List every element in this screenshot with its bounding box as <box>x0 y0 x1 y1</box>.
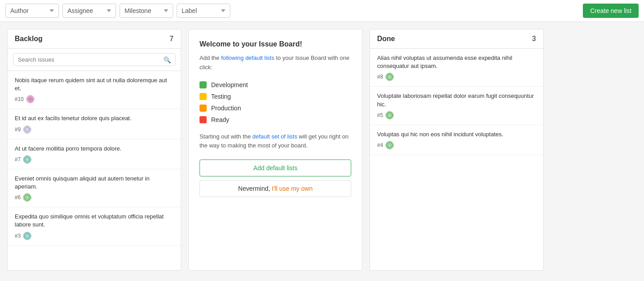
backlog-title: Backlog <box>15 35 42 43</box>
done-header: Done 3 <box>370 29 543 49</box>
footer-highlight: default set of lists <box>253 133 297 140</box>
svg-point-8 <box>25 129 26 130</box>
issue-number: #4 <box>377 142 383 148</box>
svg-point-20 <box>387 74 392 80</box>
done-title: Done <box>377 35 395 43</box>
board-container: Backlog 7 🔍 Nobis itaque rerum quidem si… <box>0 22 644 278</box>
issue-item[interactable]: At ut facere mollitia porro tempora dolo… <box>8 139 181 169</box>
issue-number: #7 <box>15 156 21 163</box>
nevermind-button[interactable]: Nevermind, I'll use my own <box>199 180 351 197</box>
svg-point-9 <box>29 129 29 130</box>
issue-title: Alias nihil voluptas ut assumenda esse e… <box>377 54 536 70</box>
issue-number: #9 <box>15 126 21 133</box>
issue-number: #3 <box>15 233 21 239</box>
create-new-list-button[interactable]: Create new list <box>583 4 639 18</box>
issue-title: Voluptas qui hic non eos nihil incidunt … <box>377 130 536 138</box>
svg-point-10 <box>26 128 27 129</box>
add-default-lists-button[interactable]: Add default lists <box>199 159 351 176</box>
welcome-column: Welcome to your Issue Board! Add the fol… <box>188 29 362 271</box>
done-column: Done 3 Alias nihil voluptas ut assumenda… <box>370 29 544 271</box>
svg-point-12 <box>28 128 29 129</box>
svg-point-16 <box>25 195 30 200</box>
backlog-count: 7 <box>170 35 174 43</box>
issue-item[interactable]: Et id aut ex facilis tenetur dolore quis… <box>8 109 181 139</box>
svg-point-13 <box>26 130 27 131</box>
welcome-desc-highlight: following default lists <box>221 55 274 61</box>
welcome-desc-part1: Add the <box>199 55 221 61</box>
backlog-items: Nobis itaque rerum quidem sint aut ut nu… <box>8 71 181 270</box>
use-own-text: I'll use my own <box>272 185 312 192</box>
done-count: 3 <box>532 35 536 43</box>
avatar <box>386 141 394 149</box>
testing-color-dot <box>199 93 207 100</box>
issue-meta: #6 <box>15 193 174 201</box>
list-options: Development Testing Production Ready <box>199 81 351 123</box>
avatar <box>23 193 31 201</box>
assignee-filter[interactable]: Assignee <box>62 4 116 18</box>
issue-item[interactable]: Voluptas qui hic non eos nihil incidunt … <box>370 125 543 155</box>
issue-title: Eveniet omnis quisquam aliquid aut autem… <box>15 175 174 191</box>
svg-point-11 <box>28 130 29 131</box>
search-icon: 🔍 <box>163 56 171 63</box>
issue-meta: #3 <box>15 232 174 240</box>
issue-meta: #7 <box>15 155 174 164</box>
milestone-filter[interactable]: Milestone <box>120 4 173 18</box>
ready-color-dot <box>199 116 207 123</box>
svg-point-7 <box>27 131 28 132</box>
issue-item[interactable]: Alias nihil voluptas ut assumenda esse e… <box>370 49 543 87</box>
issue-number: #8 <box>377 74 383 80</box>
avatar <box>23 126 31 134</box>
avatar <box>386 73 394 81</box>
list-option-development: Development <box>199 81 351 88</box>
production-color-dot <box>199 105 207 112</box>
issue-meta: #5 <box>377 111 536 119</box>
done-items: Alias nihil voluptas ut assumenda esse e… <box>370 49 543 270</box>
svg-point-18 <box>25 233 30 239</box>
avatar <box>386 111 394 119</box>
issue-meta: #8 <box>377 73 536 81</box>
backlog-header: Backlog 7 <box>8 29 181 49</box>
development-label: Development <box>211 81 248 88</box>
issue-number: #5 <box>377 112 383 118</box>
welcome-desc: Add the following default lists to your … <box>199 54 351 72</box>
issue-meta: #10 <box>15 95 174 103</box>
welcome-title: Welcome to your Issue Board! <box>199 40 351 48</box>
development-color-dot <box>199 81 207 88</box>
issue-item[interactable]: Nobis itaque rerum quidem sint aut ut nu… <box>8 71 181 109</box>
production-label: Production <box>211 105 241 112</box>
search-box: 🔍 <box>8 49 181 71</box>
label-filter[interactable]: Label <box>177 4 230 18</box>
list-option-ready: Ready <box>199 116 351 123</box>
ready-label: Ready <box>211 116 229 123</box>
backlog-column: Backlog 7 🔍 Nobis itaque rerum quidem si… <box>7 29 181 271</box>
issue-title: At ut facere mollitia porro tempora dolo… <box>15 145 174 153</box>
issue-number: #10 <box>15 96 24 102</box>
welcome-footer: Starting out with the default set of lis… <box>199 132 351 151</box>
issue-title: Nobis itaque rerum quidem sint aut ut nu… <box>15 76 174 92</box>
issue-item[interactable]: Voluptate laboriosam repellat dolor earu… <box>370 87 543 125</box>
avatar <box>23 155 31 164</box>
avatar <box>26 95 34 103</box>
issue-title: Expedita quo similique omnis et voluptat… <box>15 213 174 229</box>
issue-title: Et id aut ex facilis tenetur dolore quis… <box>15 114 174 122</box>
testing-label: Testing <box>211 93 231 100</box>
list-option-testing: Testing <box>199 93 351 100</box>
top-bar: Author Assignee Milestone Label Create n… <box>0 0 644 22</box>
svg-point-24 <box>387 143 392 148</box>
svg-point-14 <box>25 157 30 162</box>
nevermind-text: Nevermind, <box>238 185 272 192</box>
issue-title: Voluptate laboriosam repellat dolor earu… <box>377 92 536 108</box>
search-input[interactable] <box>13 53 175 66</box>
issue-meta: #9 <box>15 126 174 134</box>
svg-point-6 <box>27 127 28 128</box>
svg-point-22 <box>387 113 392 118</box>
issue-number: #6 <box>15 194 21 201</box>
avatar <box>23 232 31 240</box>
author-filter[interactable]: Author <box>5 4 59 18</box>
issue-meta: #4 <box>377 141 536 149</box>
issue-item[interactable]: Eveniet omnis quisquam aliquid aut autem… <box>8 169 181 207</box>
footer-part1: Starting out with the <box>199 133 253 140</box>
issue-item[interactable]: Expedita quo similique omnis et voluptat… <box>8 207 181 245</box>
list-option-production: Production <box>199 105 351 112</box>
